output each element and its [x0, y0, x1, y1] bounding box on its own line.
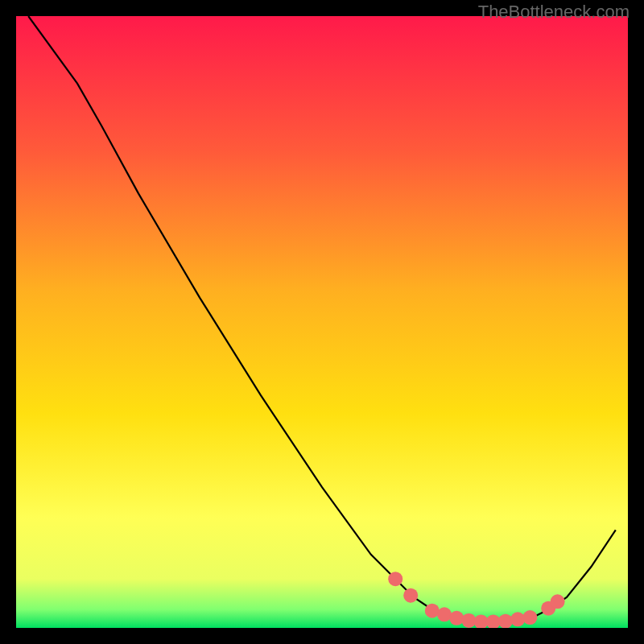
data-marker: [403, 588, 418, 603]
data-marker: [425, 604, 440, 618]
plot-area: [16, 16, 628, 628]
chart-svg: [16, 16, 628, 628]
data-marker: [498, 614, 513, 628]
data-marker: [461, 613, 476, 628]
gradient-background: [16, 16, 628, 628]
data-marker: [510, 612, 525, 626]
data-marker: [522, 610, 537, 625]
data-marker: [388, 572, 402, 586]
data-marker: [551, 594, 565, 609]
data-marker: [449, 611, 464, 625]
data-marker: [437, 607, 452, 621]
watermark-text: TheBottleneck.com: [478, 2, 630, 23]
chart-container: TheBottleneck.com: [0, 0, 644, 644]
